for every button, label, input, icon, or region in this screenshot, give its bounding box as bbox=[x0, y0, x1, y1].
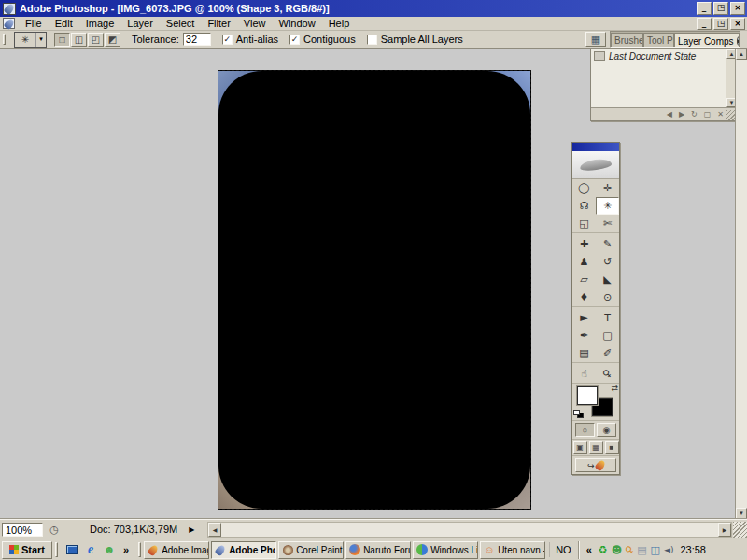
sample-all-layers-checkmark[interactable] bbox=[367, 35, 377, 45]
updater-tray-icon[interactable]: ♻ bbox=[599, 544, 608, 556]
add-to-selection-button[interactable]: ◫ bbox=[71, 33, 87, 47]
quick-mask-mode-button[interactable]: ◉ bbox=[597, 423, 616, 437]
task-naruto-forum[interactable]: Naruto Forum... bbox=[345, 541, 411, 559]
contiguous-checkbox[interactable]: ✓ Contiguous bbox=[289, 34, 356, 45]
delete-layer-comp-icon[interactable]: ✕ bbox=[717, 110, 724, 119]
doc-restore-button[interactable]: ◳ bbox=[713, 18, 728, 30]
black-rounded-shape[interactable] bbox=[218, 71, 530, 509]
scroll-left-arrow[interactable]: ◀ bbox=[208, 523, 221, 537]
messenger-tray-icon[interactable]: ☻ bbox=[612, 544, 622, 556]
document-canvas[interactable] bbox=[218, 70, 531, 510]
tool-brush[interactable]: ✎ bbox=[596, 235, 619, 253]
task-uten-navn[interactable]: ☺ Uten navn - ... bbox=[480, 541, 545, 559]
subtract-from-selection-button[interactable]: ◰ bbox=[88, 33, 104, 47]
tool-clone-stamp[interactable]: ♟ bbox=[572, 253, 596, 271]
toolbox-title-bar[interactable] bbox=[572, 143, 619, 151]
tab-layer-comps[interactable]: Layer Comps ▶ bbox=[674, 33, 740, 47]
quick-launch-overflow-chevron[interactable]: » bbox=[120, 544, 132, 555]
menu-window[interactable]: Window bbox=[273, 17, 322, 30]
menu-view[interactable]: View bbox=[237, 17, 273, 30]
apply-next-icon[interactable]: ▶ bbox=[679, 110, 684, 119]
layer-comp-row[interactable]: Last Document State bbox=[591, 49, 726, 63]
zoom-level-field[interactable]: 100% bbox=[2, 523, 43, 537]
scroll-right-arrow[interactable]: ▶ bbox=[718, 523, 731, 537]
tool-notes[interactable]: ▤ bbox=[572, 344, 596, 362]
window-resize-grip[interactable] bbox=[733, 522, 747, 538]
intersect-selection-button[interactable]: ◩ bbox=[105, 33, 120, 47]
vertical-scrollbar[interactable]: ▲ ▼ bbox=[735, 49, 747, 519]
tool-preset-picker[interactable]: ✳ ▾ bbox=[14, 32, 47, 48]
restore-button[interactable]: ◳ bbox=[713, 2, 728, 15]
task-corel-paint[interactable]: Corel Paint S... bbox=[278, 541, 344, 559]
internet-explorer-icon[interactable]: e bbox=[83, 542, 98, 557]
tool-type[interactable]: T bbox=[596, 309, 619, 327]
doc-minimize-button[interactable]: _ bbox=[697, 18, 712, 30]
tool-slice[interactable]: ✄ bbox=[596, 215, 619, 232]
new-layer-comp-icon[interactable]: ▢ bbox=[704, 110, 712, 119]
task-adobe-photoshop[interactable]: Adobe Pho... bbox=[211, 541, 276, 559]
swap-colors-icon[interactable]: ⇄ bbox=[611, 384, 618, 393]
contiguous-checkmark[interactable]: ✓ bbox=[289, 35, 300, 45]
tool-eyedropper[interactable]: ✐ bbox=[596, 344, 619, 362]
tool-gradient[interactable]: ◣ bbox=[596, 271, 619, 288]
menu-layer[interactable]: Layer bbox=[120, 17, 160, 30]
tool-magic-wand[interactable]: ✳ bbox=[596, 197, 619, 215]
removable-device-tray-icon[interactable]: ▤ bbox=[637, 544, 646, 556]
show-desktop-icon[interactable] bbox=[64, 542, 79, 557]
tool-pen[interactable]: ✒ bbox=[572, 327, 596, 344]
tool-path-selection[interactable]: ► bbox=[572, 309, 596, 327]
task-area-grip[interactable] bbox=[138, 542, 141, 556]
close-button[interactable]: × bbox=[730, 2, 745, 15]
anti-alias-checkbox[interactable]: ✓ Anti-alias bbox=[222, 34, 278, 45]
doc-close-button[interactable]: × bbox=[730, 18, 745, 30]
menu-edit[interactable]: Edit bbox=[49, 17, 79, 30]
tray-chevron[interactable]: « bbox=[584, 544, 595, 555]
minimize-button[interactable]: _ bbox=[697, 2, 712, 15]
update-layer-comp-icon[interactable]: ↻ bbox=[691, 110, 698, 119]
full-screen-button[interactable]: ■ bbox=[605, 441, 619, 454]
layer-comp-apply-icon[interactable] bbox=[594, 51, 605, 61]
horizontal-scrollbar[interactable]: ◀ ▶ bbox=[207, 522, 732, 538]
scroll-down-arrow[interactable]: ▼ bbox=[736, 508, 747, 519]
file-browser-button[interactable]: ▦ bbox=[585, 32, 606, 47]
tool-crop[interactable]: ◱ bbox=[572, 215, 596, 232]
menu-select[interactable]: Select bbox=[160, 17, 202, 30]
tool-zoom[interactable]: ♀ bbox=[596, 365, 619, 383]
tool-hand[interactable]: ☝ bbox=[572, 365, 596, 383]
tool-marquee[interactable]: ◯ bbox=[572, 179, 596, 197]
tolerance-input[interactable] bbox=[183, 33, 211, 46]
tool-healing-brush[interactable]: ✚ bbox=[572, 235, 596, 253]
network-tray-icon[interactable]: ◫ bbox=[651, 544, 660, 556]
tool-shape[interactable]: ▢ bbox=[596, 327, 619, 344]
options-bar-grip[interactable] bbox=[3, 34, 6, 46]
search-tray-icon[interactable]: ♀ bbox=[623, 543, 637, 557]
menu-image[interactable]: Image bbox=[79, 17, 121, 30]
scroll-up-arrow[interactable]: ▲ bbox=[736, 49, 747, 60]
palette-menu-button[interactable]: ▶ bbox=[737, 36, 740, 46]
apply-previous-icon[interactable]: ◀ bbox=[667, 110, 672, 119]
new-selection-button[interactable]: □ bbox=[54, 33, 70, 47]
tool-blur[interactable]: ♦ bbox=[572, 288, 596, 306]
tool-dodge[interactable]: ⊙ bbox=[596, 288, 619, 306]
tool-move[interactable]: ✛ bbox=[596, 179, 619, 197]
preset-dropdown-arrow[interactable]: ▾ bbox=[35, 33, 46, 47]
menu-help[interactable]: Help bbox=[322, 17, 357, 30]
tab-brushes[interactable]: Brushes bbox=[611, 33, 643, 47]
layer-comp-label[interactable]: Last Document State bbox=[609, 51, 696, 62]
default-colors-icon[interactable] bbox=[573, 410, 584, 418]
full-screen-menu-button[interactable]: ▦ bbox=[589, 441, 603, 454]
standard-mode-button[interactable]: ○ bbox=[575, 423, 595, 437]
standard-screen-button[interactable]: ▣ bbox=[573, 441, 587, 454]
menu-filter[interactable]: Filter bbox=[201, 17, 236, 30]
messenger-icon[interactable]: ☻ bbox=[102, 542, 117, 557]
quick-launch-grip[interactable] bbox=[55, 542, 58, 556]
start-button[interactable]: Start bbox=[2, 541, 52, 559]
language-indicator[interactable]: NO bbox=[549, 542, 577, 557]
photoshop-logo[interactable] bbox=[572, 151, 619, 179]
task-windows-live[interactable]: Windows Liv... bbox=[413, 541, 478, 559]
tool-eraser[interactable]: ▱ bbox=[572, 271, 596, 288]
foreground-color-swatch[interactable] bbox=[577, 386, 598, 405]
tool-lasso[interactable]: ☊ bbox=[572, 197, 596, 215]
task-adobe-imageready[interactable]: Adobe Image... bbox=[144, 541, 209, 559]
tab-tool-presets[interactable]: Tool Presets bbox=[643, 33, 674, 47]
